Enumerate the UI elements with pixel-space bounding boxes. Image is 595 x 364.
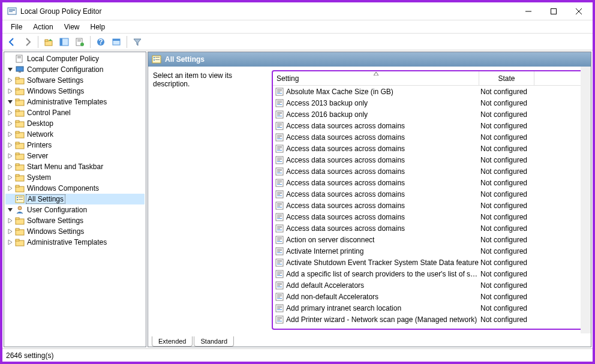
expand-icon[interactable] [7, 120, 14, 127]
expand-icon[interactable] [7, 77, 14, 84]
column-header-state[interactable]: State [479, 71, 534, 85]
setting-row[interactable]: Absolute Max Cache Size (in GB)Not confi… [273, 86, 586, 97]
setting-row[interactable]: Add a specific list of search providers … [273, 268, 586, 279]
tree-item-control-panel[interactable]: Control Panel [5, 107, 145, 118]
tree-item-administrative-templates[interactable]: Administrative Templates [5, 97, 145, 107]
tree-pane[interactable]: Local Computer Policy Computer Configura… [4, 52, 146, 347]
setting-row[interactable]: Add default AcceleratorsNot configured [273, 279, 586, 291]
svg-rect-65 [277, 89, 282, 90]
options-button[interactable] [109, 35, 124, 49]
svg-rect-95 [277, 158, 282, 158]
expand-icon[interactable] [7, 174, 14, 181]
tree-label: Control Panel [26, 109, 72, 117]
setting-row[interactable]: Access data sources across domainsNot co… [273, 143, 586, 154]
svg-rect-1 [9, 9, 15, 10]
tree-item-windows-settings[interactable]: Windows Settings [5, 86, 145, 97]
menu-action[interactable]: Action [28, 22, 58, 32]
expand-icon[interactable] [7, 142, 14, 149]
pane-title: All Settings [165, 55, 205, 64]
svg-rect-147 [277, 274, 280, 275]
help-button[interactable]: ? [94, 35, 108, 49]
expand-icon[interactable] [7, 152, 14, 160]
setting-row[interactable]: Activate Shutdown Event Tracker System S… [273, 257, 586, 268]
setting-row[interactable]: Action on server disconnectNot configure… [273, 234, 586, 245]
expand-icon[interactable] [7, 228, 14, 235]
setting-state: Not configured [479, 122, 534, 130]
list-body[interactable]: Absolute Max Cache Size (in GB)Not confi… [273, 86, 586, 329]
setting-row[interactable]: Access 2013 backup onlyNot configured [273, 97, 586, 109]
setting-row[interactable]: Access data sources across domainsNot co… [273, 211, 586, 222]
setting-row[interactable]: Access data sources across domainsNot co… [273, 154, 586, 166]
setting-row[interactable]: Access data sources across domainsNot co… [273, 200, 586, 211]
tree-computer-configuration[interactable]: Computer Configuration [5, 64, 145, 75]
svg-rect-117 [277, 206, 280, 206]
minimize-button[interactable] [516, 3, 541, 20]
expand-icon[interactable] [7, 131, 14, 138]
setting-row[interactable]: Access data sources across domainsNot co… [273, 131, 586, 143]
setting-row[interactable]: Access data sources across domainsNot co… [273, 166, 586, 177]
tree-item-software-settings[interactable]: Software Settings [5, 215, 145, 226]
forward-button[interactable] [20, 35, 35, 49]
tree-item-system[interactable]: System [5, 172, 145, 183]
show-tree-button[interactable] [57, 35, 71, 49]
close-button[interactable] [566, 3, 591, 20]
setting-row[interactable]: Access data sources across domainsNot co… [273, 120, 586, 131]
collapse-icon[interactable] [7, 98, 14, 106]
maximize-button[interactable] [541, 3, 566, 20]
tree-root[interactable]: Local Computer Policy [5, 53, 145, 64]
setting-state: Not configured [479, 270, 534, 278]
tree-item-administrative-templates[interactable]: Administrative Templates [5, 237, 145, 248]
setting-name: Access data sources across domains [286, 133, 479, 142]
expand-icon[interactable] [7, 217, 14, 224]
tree-item-all-settings[interactable]: All Settings [5, 194, 145, 204]
folder-icon [15, 162, 25, 172]
setting-name: Access data sources across domains [286, 213, 479, 221]
setting-row[interactable]: Access data sources across domainsNot co… [273, 222, 586, 234]
properties-button[interactable] [73, 35, 87, 49]
pane-header: All Settings [148, 52, 591, 67]
collapse-icon[interactable] [7, 206, 14, 213]
tab-extended[interactable]: Extended [152, 336, 193, 347]
expand-icon[interactable] [7, 185, 14, 192]
tree-user-configuration[interactable]: User Configuration [5, 204, 145, 215]
tree-item-desktop[interactable]: Desktop [5, 118, 145, 129]
setting-name: Action on server disconnect [286, 236, 479, 244]
setting-row[interactable]: Access data sources across domainsNot co… [273, 188, 586, 200]
expand-icon[interactable] [7, 239, 14, 246]
setting-row[interactable]: Add primary intranet search locationNot … [273, 302, 586, 314]
tree-item-network[interactable]: Network [5, 129, 145, 140]
setting-icon [273, 304, 286, 312]
svg-rect-19 [113, 39, 120, 41]
toolbar-separator [38, 36, 38, 48]
tree-item-software-settings[interactable]: Software Settings [5, 75, 145, 86]
setting-row[interactable]: Activate Internet printingNot configured [273, 245, 586, 257]
setting-row[interactable]: Add non-default AcceleratorsNot configur… [273, 291, 586, 302]
filter-button[interactable] [130, 35, 145, 49]
tree-item-server[interactable]: Server [5, 151, 145, 161]
up-button[interactable] [41, 35, 56, 49]
svg-rect-72 [277, 103, 280, 104]
tab-standard[interactable]: Standard [194, 336, 234, 347]
svg-rect-24 [19, 71, 21, 73]
expand-icon[interactable] [7, 163, 14, 170]
back-button[interactable] [5, 35, 19, 49]
tree-item-printers[interactable]: Printers [5, 140, 145, 151]
vertical-scrollbar[interactable] [581, 67, 591, 333]
setting-name: Add Printer wizard - Network scan page (… [286, 315, 479, 324]
tree-item-start-menu-and-taskbar[interactable]: Start Menu and Taskbar [5, 161, 145, 172]
svg-rect-28 [16, 88, 19, 90]
titlebar: Local Group Policy Editor [2, 2, 593, 20]
column-header-setting[interactable]: Setting [273, 71, 479, 85]
setting-row[interactable]: Add Printer wizard - Network scan page (… [273, 314, 586, 325]
svg-rect-143 [277, 264, 282, 264]
menu-view[interactable]: View [59, 22, 85, 32]
menu-file[interactable]: File [6, 22, 27, 32]
expand-icon[interactable] [7, 88, 14, 95]
tree-item-windows-components[interactable]: Windows Components [5, 183, 145, 194]
expand-icon[interactable] [7, 109, 14, 116]
collapse-icon[interactable] [7, 66, 14, 73]
setting-row[interactable]: Access data sources across domainsNot co… [273, 177, 586, 188]
tree-item-windows-settings[interactable]: Windows Settings [5, 226, 145, 237]
menu-help[interactable]: Help [86, 22, 110, 32]
setting-row[interactable]: Access 2016 backup onlyNot configured [273, 109, 586, 120]
